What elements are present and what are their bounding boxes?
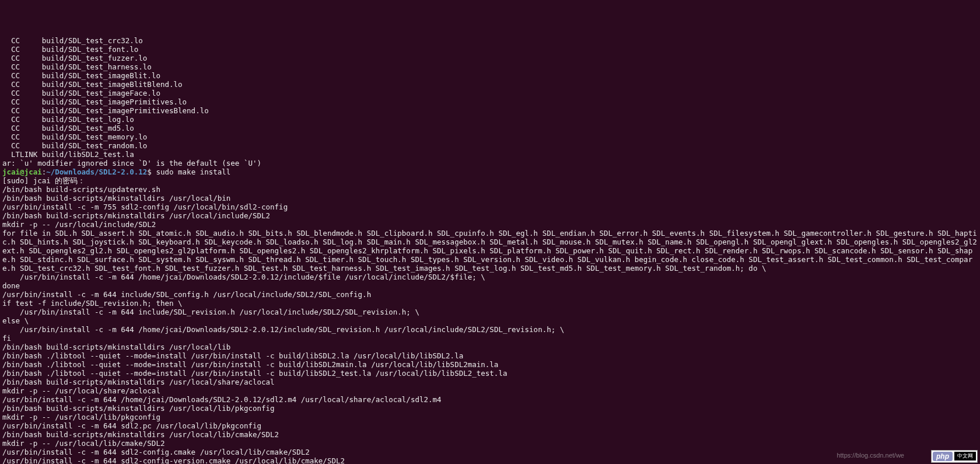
output-line: for file in SDL.h SDL_assert.h SDL_atomi… [2, 229, 978, 273]
output-line: ar: `u' modifier ignored since `D' is th… [2, 159, 978, 168]
output-line: CC build/SDL_test_imagePrimitivesBlend.l… [2, 106, 978, 115]
output-line: /bin/bash build-scripts/mkinstalldirs /u… [2, 211, 978, 220]
output-line: /bin/bash ./libtool --quiet --mode=insta… [2, 351, 978, 360]
command-input[interactable]: sudo make install [156, 168, 230, 176]
output-line: /bin/bash build-scripts/mkinstalldirs /u… [2, 430, 978, 439]
output-line: CC build/SDL_test_font.lo [2, 45, 978, 54]
php-badge-logo: php [933, 452, 953, 461]
prompt-line[interactable]: jcai@jcai:~/Downloads/SDL2-2.0.12$ sudo … [2, 168, 978, 176]
output-line: /usr/bin/install -c -m 644 include/SDL_r… [2, 308, 978, 316]
output-line: CC build/SDL_test_crc32.lo [2, 36, 978, 45]
output-line: /usr/bin/install -c -m 644 /home/jcai/Do… [2, 325, 978, 334]
output-line: [sudo] jcai 的密码： [2, 176, 978, 185]
output-line: mkdir -p -- /usr/local/share/aclocal [2, 386, 978, 395]
php-badge-cn: 中文网 [954, 452, 976, 460]
php-badge: php 中文网 [931, 450, 978, 463]
prompt-user: jcai@jcai [2, 168, 42, 176]
output-line: /bin/bash build-scripts/mkinstalldirs /u… [2, 194, 978, 203]
output-line: CC build/SDL_test_imageBlitBlend.lo [2, 80, 978, 89]
output-line: /bin/bash ./libtool --quiet --mode=insta… [2, 360, 978, 369]
output-line: CC build/SDL_test_fuzzer.lo [2, 54, 978, 62]
output-line: /bin/bash ./libtool --quiet --mode=insta… [2, 369, 978, 378]
output-line: if test -f include/SDL_revision.h; then … [2, 299, 978, 308]
output-line: LTLINK build/libSDL2_test.la [2, 150, 978, 159]
output-line: CC build/SDL_test_random.lo [2, 141, 978, 150]
output-line: CC build/SDL_test_imageBlit.lo [2, 71, 978, 80]
output-line: /bin/bash build-scripts/updaterev.sh [2, 185, 978, 194]
output-line: /bin/bash build-scripts/mkinstalldirs /u… [2, 378, 978, 386]
output-line: /usr/bin/install -c -m 644 sdl2-config.c… [2, 448, 978, 456]
output-line: CC build/SDL_test_imageFace.lo [2, 89, 978, 97]
output-line: /usr/bin/install -c -m 644 /home/jcai/Do… [2, 395, 978, 404]
output-line: CC build/SDL_test_log.lo [2, 115, 978, 124]
output-line: /usr/bin/install -c -m 644 sdl2-config-v… [2, 456, 978, 464]
output-line: /usr/bin/install -c -m 644 include/SDL_c… [2, 290, 978, 299]
output-line: mkdir -p -- /usr/local/lib/cmake/SDL2 [2, 439, 978, 448]
output-line: /usr/bin/install -c -m 644 /home/jcai/Do… [2, 273, 978, 281]
output-line: fi [2, 334, 978, 343]
output-line: /bin/bash build-scripts/mkinstalldirs /u… [2, 343, 978, 351]
terminal-output[interactable]: CC build/SDL_test_crc32.lo CC build/SDL_… [2, 36, 978, 464]
output-line: else \ [2, 316, 978, 325]
prompt-dollar: $ [147, 168, 156, 176]
output-line: /usr/bin/install -c -m 644 sdl2.pc /usr/… [2, 421, 978, 430]
output-line: CC build/SDL_test_imagePrimitives.lo [2, 97, 978, 106]
output-line: mkdir -p -- /usr/local/lib/pkgconfig [2, 413, 978, 421]
output-line: mkdir -p -- /usr/local/include/SDL2 [2, 220, 978, 229]
output-line: /bin/bash build-scripts/mkinstalldirs /u… [2, 404, 978, 413]
output-line: /usr/bin/install -c -m 755 sdl2-config /… [2, 203, 978, 211]
output-line: CC build/SDL_test_memory.lo [2, 132, 978, 141]
prompt-path: ~/Downloads/SDL2-2.0.12 [46, 168, 147, 176]
output-line: done [2, 281, 978, 290]
output-line: CC build/SDL_test_md5.lo [2, 124, 978, 132]
watermark-text: https://blog.csdn.net/we [836, 452, 904, 459]
output-line: CC build/SDL_test_harness.lo [2, 62, 978, 71]
